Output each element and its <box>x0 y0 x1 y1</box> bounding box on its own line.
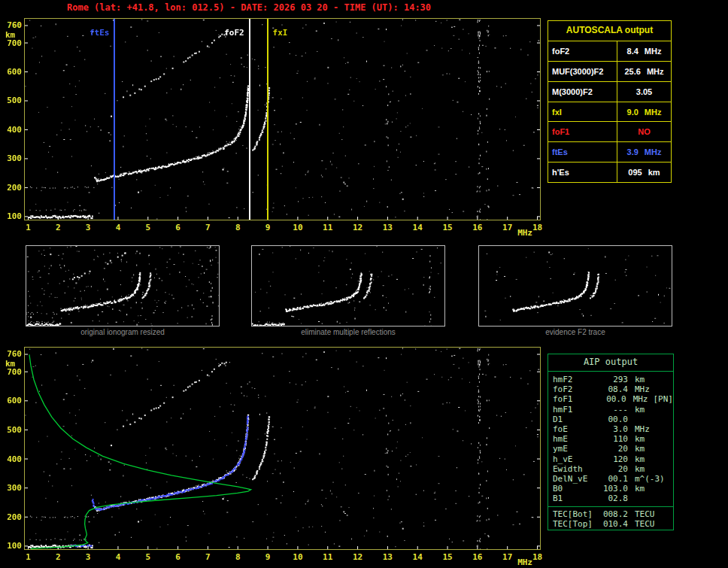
aip-row-unit: MHz <box>635 424 650 434</box>
aip-row-note: [PN] <box>654 394 674 404</box>
y-tick-label: 600 <box>2 67 22 77</box>
autoscala-row-label: M(3000)F2 <box>548 82 617 102</box>
bottom-ionogram-canvas <box>25 348 540 549</box>
aip-row-label: Ewidth <box>553 464 601 474</box>
x-tick-label: 14 <box>409 223 426 232</box>
aip-row-unit: km <box>635 464 645 474</box>
aip-row: hmF1---km <box>553 405 673 415</box>
aip-row: h_vE120km <box>553 454 673 464</box>
aip-row-value: 02.8 <box>601 494 628 503</box>
aip-row-value: 20 <box>601 444 628 454</box>
x-tick-label: 3 <box>80 552 97 562</box>
y-tick-label: 100 <box>2 211 22 221</box>
aip-row: ymE20km <box>553 444 673 454</box>
aip-row-value: --- <box>601 405 628 415</box>
x-tick-label: 6 <box>169 552 187 562</box>
autoscala-value-unit: MHz <box>645 108 662 117</box>
autoscala-value-unit: MHz <box>645 47 662 56</box>
thumb-original-ionogram <box>26 245 220 327</box>
aip-row-label: hmF1 <box>553 405 601 415</box>
aip-row-label: foF2 <box>553 384 601 394</box>
aip-row: foE3.0MHz <box>553 424 673 434</box>
x-tick-label: 11 <box>319 223 336 232</box>
aip-row: TEC[Top]010.4TECU <box>553 519 673 529</box>
x-tick-label: 17 <box>499 223 516 232</box>
aip-row-unit: km <box>635 454 645 464</box>
thumb-multiple-reflections-removed-canvas <box>252 246 444 326</box>
aip-row-unit: m^(-3) <box>635 474 665 484</box>
y-tick-label: 500 <box>2 425 22 435</box>
thumb-multiple-reflections-removed <box>251 245 445 327</box>
x-tick-label: 5 <box>139 552 156 562</box>
y-tick-label: 400 <box>2 125 22 135</box>
y-tick-label: 100 <box>2 541 22 551</box>
autoscala-row-value: 3.9MHz <box>617 142 671 162</box>
x-tick-label: 13 <box>379 223 396 232</box>
x-tick-label: 17 <box>499 552 516 562</box>
autoscala-row: h'Es095km <box>548 163 671 182</box>
autoscala-row-label: foF2 <box>548 41 617 61</box>
x-tick-label: 10 <box>289 223 306 232</box>
aip-row-unit: km <box>635 484 645 494</box>
x-tick-label: 13 <box>379 552 396 562</box>
x-tick-label: 10 <box>289 552 306 562</box>
aip-row: hmF2293km <box>553 375 673 384</box>
aip-row-unit: TECU <box>635 519 655 529</box>
aip-row: D100.0 <box>553 415 673 424</box>
x-tick-label: 15 <box>439 552 457 562</box>
aip-row-label: D1 <box>553 415 601 424</box>
autoscala-row-label: fxI <box>548 102 617 122</box>
marker-label-ftes: ftEs <box>89 28 110 38</box>
y-tick-label: 760 <box>2 349 22 359</box>
x-tick-label: 8 <box>229 552 247 562</box>
aip-row-label: TEC[Bot] <box>553 509 601 519</box>
aip-output-table: AIP output hmF2293kmfoF208.4MHzfoF100.0M… <box>548 354 674 530</box>
aip-row-label: DelN_vE <box>553 474 601 484</box>
x-tick-label: 7 <box>199 223 217 232</box>
aip-row-value: 010.4 <box>601 519 628 529</box>
aip-row-unit: km <box>635 375 645 384</box>
autoscala-row-value: NO <box>617 122 671 141</box>
aip-row-label: B1 <box>553 494 601 503</box>
aip-tec-rows: TEC[Bot]008.2TECUTEC[Top]010.4TECU <box>548 506 673 529</box>
autoscala-output-table: AUTOSCALA output foF28.4MHzMUF(3000)F225… <box>548 20 672 183</box>
autoscala-row: ftEs3.9MHz <box>548 142 671 163</box>
y-tick-label: 200 <box>2 512 22 522</box>
aip-row-label: foF1 <box>553 394 599 404</box>
autoscala-row-value: 8.4MHz <box>617 41 671 61</box>
aip-row-value: 3.0 <box>601 424 628 434</box>
x-tick-label: 6 <box>169 223 187 232</box>
aip-row-value: 120 <box>601 454 628 464</box>
aip-row-label: foE <box>553 424 601 434</box>
thumb-evidence-f2-trace <box>478 245 672 327</box>
aip-row: foF100.0MHz[PN] <box>553 394 673 404</box>
x-tick-label: 16 <box>469 552 486 562</box>
aip-row-unit: km <box>635 444 645 454</box>
thumb-caption-original: original ionogram resized <box>26 328 220 336</box>
x-axis-unit-label: MHz <box>517 228 532 238</box>
aip-row: B102.8 <box>553 494 673 503</box>
aip-row-unit: km <box>635 434 645 444</box>
aip-row-label: ymE <box>553 444 601 454</box>
aip-row-value: 110 <box>601 434 628 444</box>
marker-label-fxi: fxI <box>273 28 288 38</box>
x-tick-label: 1 <box>20 552 37 562</box>
y-tick-label: 300 <box>2 483 22 493</box>
aip-row: hmE110km <box>553 434 673 444</box>
autoscala-row-label: h'Es <box>548 163 617 182</box>
aip-row-value: 008.2 <box>601 509 628 519</box>
x-axis-unit-label: MHz <box>517 557 532 567</box>
autoscala-row: MUF(3000)F225.6MHz <box>548 62 671 82</box>
aip-row-value: 00.1 <box>601 474 628 484</box>
bottom-ionogram-panel <box>24 347 541 550</box>
aip-row-value: 00.0 <box>601 415 628 424</box>
autoscala-value-number: 25.6 <box>624 67 640 76</box>
aip-row-value: 20 <box>601 464 628 474</box>
aip-row-label: TEC[Top] <box>553 519 601 529</box>
aip-row: TEC[Bot]008.2TECU <box>553 509 673 519</box>
autoscala-row: fxI9.0MHz <box>548 102 671 123</box>
autoscala-row-value: 095km <box>617 163 671 182</box>
autoscala-value-number: 3.05 <box>636 87 652 96</box>
autoscala-value-number: NO <box>638 127 651 136</box>
x-tick-label: 2 <box>50 223 67 232</box>
